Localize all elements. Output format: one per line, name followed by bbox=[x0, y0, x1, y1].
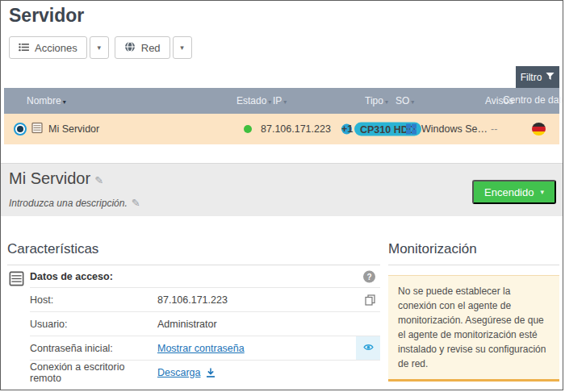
windows-icon bbox=[406, 124, 416, 135]
sort-caret-icon: ▾ bbox=[63, 98, 66, 106]
column-header-tipo[interactable]: Tipo▾ bbox=[365, 95, 388, 106]
download-link[interactable]: Descarga bbox=[157, 367, 201, 378]
detail-server-name: Mi Servidor✎ bbox=[9, 169, 103, 188]
server-icon bbox=[31, 123, 43, 136]
filter-button[interactable]: Filtro bbox=[516, 66, 559, 88]
table-header: Nombre▾ Estado▾ IP▾ Tipo▾ SO▾ Avisos▾ Ce… bbox=[4, 88, 559, 114]
column-header-so[interactable]: SO▾ bbox=[396, 95, 414, 106]
server-name: Mi Servidor bbox=[48, 123, 99, 135]
funnel-icon bbox=[546, 72, 555, 83]
germany-flag-icon bbox=[532, 123, 546, 136]
avisos-value: -- bbox=[491, 123, 497, 135]
list-icon bbox=[19, 42, 29, 54]
toolbar: Acciones ▾ Red ▾ bbox=[9, 36, 192, 59]
status-dot bbox=[244, 125, 252, 133]
globe-icon bbox=[124, 41, 136, 55]
sort-caret-icon: ▾ bbox=[385, 98, 388, 106]
eye-icon bbox=[363, 343, 374, 354]
host-row: Host: 87.106.171.223 bbox=[30, 288, 380, 312]
row-select-radio[interactable] bbox=[14, 123, 27, 136]
sort-caret-icon: ▾ bbox=[268, 98, 271, 106]
sort-caret-icon: ▾ bbox=[283, 98, 287, 106]
detail-description-placeholder[interactable]: Introduzca una descripción.✎ bbox=[9, 197, 140, 209]
actions-dropdown-toggle[interactable]: ▾ bbox=[90, 36, 109, 59]
edit-description-pencil-icon[interactable]: ✎ bbox=[132, 197, 140, 209]
additional-ip-badge[interactable]: +1 bbox=[341, 124, 352, 135]
edit-name-pencil-icon[interactable]: ✎ bbox=[94, 174, 103, 186]
access-data-heading: Datos de acceso: bbox=[30, 271, 157, 282]
features-heading: Características bbox=[7, 241, 380, 265]
chevron-down-icon: ▾ bbox=[540, 189, 544, 196]
actions-button[interactable]: Acciones bbox=[9, 36, 87, 59]
monitoring-heading: Monitorización bbox=[388, 241, 559, 265]
column-header-estado[interactable]: Estado▾ bbox=[236, 95, 271, 106]
user-row: Usuario: Administrator bbox=[30, 312, 380, 336]
features-section: Características Datos de acceso: ? Host:… bbox=[7, 241, 380, 385]
column-header-centro-de-datos[interactable]: Centro de datos▾ bbox=[503, 95, 553, 106]
password-label: Contraseña inicial: bbox=[30, 343, 157, 354]
host-label: Host: bbox=[30, 294, 157, 306]
initial-password-row: Contraseña inicial: Mostrar contraseña bbox=[30, 336, 380, 361]
actions-button-group: Acciones ▾ bbox=[9, 36, 109, 59]
help-icon[interactable]: ? bbox=[363, 270, 375, 282]
monitoring-warning: No se puede establecer la conexión con e… bbox=[388, 275, 559, 382]
table-row[interactable]: Mi Servidor 87.106.171.223 +1 CP310 HDD … bbox=[4, 114, 559, 144]
user-value: Administrator bbox=[157, 319, 217, 330]
power-state-button[interactable]: Encendido▾ bbox=[472, 180, 556, 204]
server-ip: 87.106.171.223 bbox=[261, 123, 331, 135]
access-data-row: Datos de acceso: ? bbox=[30, 265, 380, 288]
download-icon[interactable] bbox=[206, 368, 216, 377]
actions-button-label: Acciones bbox=[35, 42, 77, 54]
server-detail-header: Mi Servidor✎ Introduzca una descripción.… bbox=[1, 163, 563, 216]
sort-caret-icon: ▾ bbox=[411, 98, 414, 106]
network-button[interactable]: Red bbox=[115, 36, 170, 59]
host-value: 87.106.171.223 bbox=[157, 294, 228, 306]
copy-icon[interactable] bbox=[365, 294, 375, 306]
filter-button-label: Filtro bbox=[521, 72, 542, 83]
server-panel: Servidor Acciones ▾ Red ▾ Filtro bbox=[0, 0, 563, 390]
server-icon bbox=[9, 271, 24, 290]
column-header-ip[interactable]: IP▾ bbox=[273, 95, 287, 106]
show-password-eye-cell[interactable] bbox=[356, 336, 380, 360]
server-os: Windows Server... bbox=[421, 123, 491, 135]
chevron-down-icon: ▾ bbox=[180, 44, 184, 52]
network-dropdown-toggle[interactable]: ▾ bbox=[173, 36, 192, 59]
user-label: Usuario: bbox=[30, 319, 157, 330]
page-title: Servidor bbox=[9, 5, 84, 27]
show-password-link[interactable]: Mostrar contraseña bbox=[157, 343, 245, 354]
network-button-label: Red bbox=[141, 42, 161, 54]
remote-desktop-label: Conexión a escritorio remoto bbox=[30, 361, 157, 384]
chevron-down-icon: ▾ bbox=[97, 44, 101, 52]
column-header-nombre[interactable]: Nombre▾ bbox=[27, 95, 66, 106]
monitoring-section: Monitorización No se puede establecer la… bbox=[388, 241, 559, 382]
remote-desktop-row: Conexión a escritorio remoto Descarga bbox=[30, 361, 380, 385]
network-button-group: Red ▾ bbox=[115, 36, 192, 59]
